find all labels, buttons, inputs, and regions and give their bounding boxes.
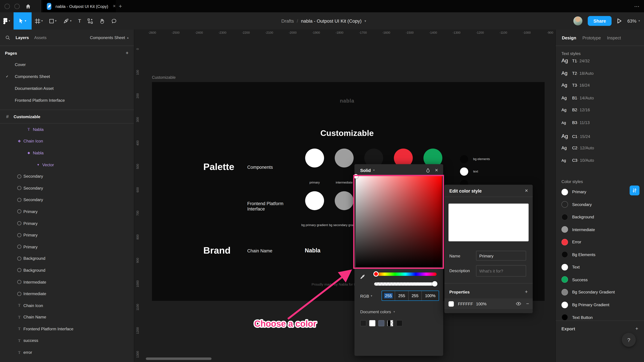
layer-row[interactable]: success [0,335,134,347]
document-colors-toggle[interactable]: Document colors ▾ [360,310,395,314]
layer-row[interactable]: Frontend Platform Interface [0,323,134,335]
layer-row[interactable]: Primary [0,241,134,253]
page-list-item[interactable]: ✓ Components Sheet [0,70,134,82]
home-icon[interactable] [25,3,31,9]
layer-row[interactable]: Primary [0,229,134,241]
property-hex-value[interactable]: FFFFFF [458,302,474,306]
layer-row[interactable]: Background [0,264,134,276]
layer-row[interactable]: Vector [0,159,134,170]
breadcrumb-drafts[interactable]: Drafts [281,18,294,23]
text-tool-button[interactable]: T [75,12,84,29]
inspector-tab[interactable]: Design [562,35,576,40]
name-field[interactable] [476,251,526,261]
horizontal-scrollbar[interactable] [146,358,212,360]
frame-label[interactable]: Customizable [152,75,176,80]
shape-tool-button[interactable]: ▾ [46,12,60,29]
layer-row[interactable]: Chain Icon [0,135,134,147]
red-field[interactable]: 255 [382,291,395,300]
layer-row[interactable]: Primary [0,206,134,217]
avatar[interactable] [573,16,582,25]
pen-tool-button[interactable]: ▾ [60,12,75,29]
alpha-slider[interactable] [374,282,436,286]
tab-layers[interactable]: Layers [16,35,29,40]
new-tab-button[interactable]: + [119,0,122,12]
color-style-row[interactable]: Bg Primary Gradient [556,299,644,311]
property-color-swatch[interactable] [448,301,454,306]
color-circle[interactable] [460,167,468,176]
frame-section-header[interactable]: # Customizable [0,110,134,123]
layer-row[interactable]: Intermediate [0,288,134,300]
hue-handle[interactable] [373,271,379,277]
color-circle[interactable] [460,155,468,163]
text-style-row[interactable]: Ag T1 · 24/32 [556,57,644,70]
window-control-icon[interactable] [14,3,20,9]
search-icon[interactable] [5,35,10,40]
blue-field[interactable]: 255 [408,291,422,300]
page-list-item[interactable]: ✓ Documentation Asset [0,82,134,94]
frame-tool-button[interactable]: ▾ [31,12,46,29]
alpha-handle[interactable] [432,281,438,287]
color-style-row[interactable]: Background [556,211,644,223]
eye-icon[interactable] [516,302,521,306]
close-icon[interactable]: ✕ [435,168,438,172]
edit-style-toggle-button[interactable] [630,186,640,195]
color-handle[interactable] [354,174,358,178]
add-page-button[interactable]: + [126,50,128,56]
more-icon[interactable]: ⋯ [634,0,640,12]
hue-slider[interactable] [374,273,436,276]
saturation-value-area[interactable] [356,176,442,267]
add-property-button[interactable]: + [525,289,528,295]
color-style-row[interactable]: Text [556,261,644,274]
text-style-row[interactable]: Ag C3 · 10/Auto [556,158,644,170]
layer-row[interactable]: Chain Name [0,311,134,323]
alpha-field[interactable]: 100% [422,291,439,300]
document-color-swatch[interactable] [369,320,376,326]
document-color-swatch[interactable] [396,320,402,326]
color-style-row[interactable]: Bg Secondary Gradient [556,286,644,299]
remove-property-icon[interactable]: − [526,301,529,307]
color-circle[interactable] [335,149,354,168]
breadcrumb-doc-title[interactable]: nabla - Outpost UI Kit (Copy) [301,18,362,23]
color-style-row[interactable]: Bg Elements [556,248,644,261]
chevron-down-icon[interactable]: ▾ [371,294,372,298]
hand-tool-button[interactable] [96,12,108,29]
color-style-row[interactable]: Intermediate [556,223,644,236]
page-selector[interactable]: Components Sheet ▴ [90,35,129,40]
color-circle[interactable] [305,149,324,168]
inspector-tab[interactable]: Inspect [607,35,621,40]
color-style-row[interactable]: Text Button [556,311,644,324]
layer-row[interactable]: Background [0,253,134,264]
color-circle[interactable] [335,191,354,210]
layer-row[interactable]: Nabla [0,123,134,135]
layer-row[interactable]: Chain Icon [0,300,134,311]
paint-type-select[interactable]: Solid [360,168,371,172]
main-menu-button[interactable]: ▾ [0,12,14,29]
property-row[interactable]: FFFFFF 100% − [444,298,533,309]
present-button[interactable] [617,18,622,24]
description-field[interactable] [476,265,526,277]
move-tool-button[interactable]: ▾ [14,12,32,29]
text-style-row[interactable]: Ag B3 · 11/13 [556,120,644,133]
add-export-button[interactable]: + [636,326,638,332]
layer-row[interactable]: Secondary [0,170,134,182]
document-tab[interactable]: nabla - Outpost UI Kit (Copy) ✕ [43,0,116,12]
window-control-icon[interactable] [4,3,10,9]
text-style-row[interactable]: Ag T3 · 16/24 [556,83,644,95]
layer-row[interactable]: Secondary [0,194,134,206]
green-field[interactable]: 255 [395,291,408,300]
document-color-swatch[interactable] [360,320,366,326]
zoom-control[interactable]: 63% ▾ [628,18,640,23]
close-icon[interactable]: ✕ [525,188,528,193]
comment-tool-button[interactable] [108,12,120,29]
text-style-row[interactable]: Ag B1 · 14/Auto [556,95,644,108]
text-style-row[interactable]: Ag B2 · 12/16 [556,108,644,120]
page-list-item[interactable]: ✓ Frontend Platform Interface [0,94,134,106]
color-circle[interactable] [305,191,324,210]
layer-row[interactable]: error [0,347,134,358]
layer-row[interactable]: Intermediate [0,276,134,288]
color-style-row[interactable]: Secondary [556,198,644,211]
chevron-down-icon[interactable]: ▾ [364,19,366,23]
text-style-row[interactable]: Ag T2 · 18/Auto [556,70,644,83]
layer-row[interactable]: Secondary [0,182,134,194]
document-color-swatch[interactable] [378,320,384,326]
